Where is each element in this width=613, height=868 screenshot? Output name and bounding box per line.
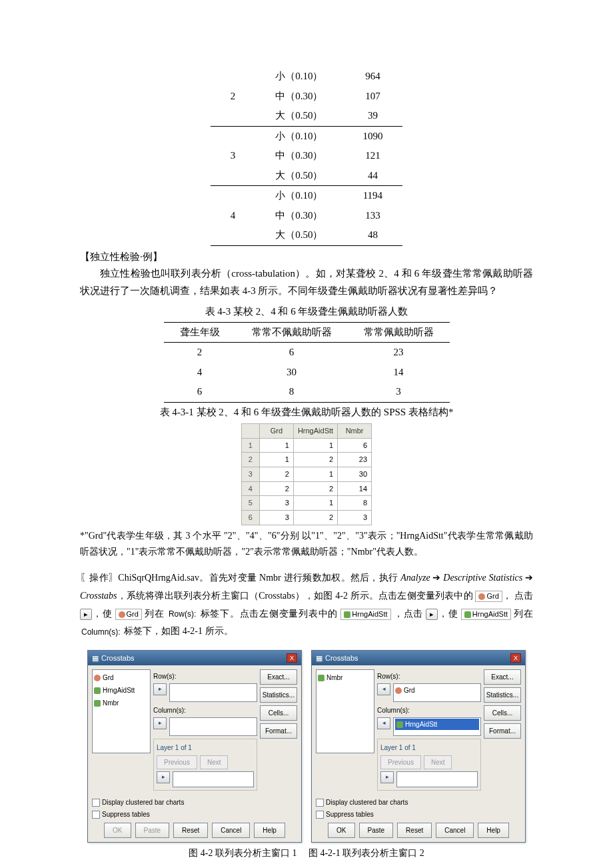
columns-label: Column(s): bbox=[80, 625, 122, 640]
var-grd-chip: Grd bbox=[115, 609, 142, 620]
ordinal-icon bbox=[94, 700, 101, 707]
layer-prev-button[interactable]: Previous bbox=[380, 755, 421, 769]
var-item-grd[interactable]: Grd bbox=[94, 671, 149, 684]
layer-group: Layer 1 of 1 Previous Next ▸ bbox=[377, 739, 481, 791]
figure-4-2-caption: 图 4-2 联列表分析主窗口 1 bbox=[189, 848, 297, 858]
rows-label: Row(s): bbox=[153, 671, 257, 682]
nominal-icon bbox=[94, 675, 101, 681]
rows-box[interactable] bbox=[169, 683, 257, 702]
var-hrng-chip: HrngAidStt bbox=[461, 609, 511, 620]
layer-box[interactable] bbox=[173, 771, 254, 787]
move-right-button[interactable]: ▸ bbox=[426, 609, 438, 620]
ordinal-icon bbox=[344, 611, 350, 618]
suppress-checkbox[interactable] bbox=[316, 811, 324, 819]
nominal-icon bbox=[395, 687, 402, 694]
exact-button[interactable]: Exact... bbox=[260, 669, 297, 685]
bar-charts-checkbox[interactable] bbox=[92, 799, 100, 807]
rows-box[interactable]: Grd bbox=[393, 683, 481, 702]
var-hrng-chip: HrngAidStt bbox=[340, 609, 390, 620]
nominal-icon bbox=[119, 611, 125, 618]
layer-label: Layer 1 of 1 bbox=[157, 742, 254, 753]
ok-button[interactable]: OK bbox=[328, 823, 354, 838]
bar-charts-label: Display clustered bar charts bbox=[102, 797, 184, 808]
suppress-label: Suppress tables bbox=[102, 809, 150, 820]
var-item-hrng[interactable]: HrngAidStt bbox=[94, 684, 149, 697]
intro-paragraph: 独立性检验也叫联列表分析（cross-tabulation）。如，对某聋校 2、… bbox=[80, 265, 533, 299]
columns-label: Column(s): bbox=[153, 705, 257, 716]
suppress-checkbox[interactable] bbox=[92, 811, 100, 819]
crosstabs-dialog-1: ▦Crosstabs X Grd HrngAidStt Nmbr Row(s):… bbox=[87, 650, 302, 843]
move-to-cols-button[interactable]: ▸ bbox=[153, 717, 167, 729]
help-button[interactable]: Help bbox=[254, 823, 285, 838]
exact-button[interactable]: Exact... bbox=[484, 669, 521, 685]
variable-list[interactable]: Nmbr bbox=[316, 669, 374, 753]
cancel-button[interactable]: Cancel bbox=[212, 823, 250, 838]
figure-4-2-1-caption: 图 4-2-1 联列表分析主窗口 2 bbox=[308, 848, 424, 858]
move-to-rows-button[interactable]: ◂ bbox=[377, 683, 390, 695]
move-right-button[interactable]: ▸ bbox=[80, 609, 92, 620]
footnote: *"Grd"代表学生年级，其 3 个水平 "2"、"4"、"6"分别 以"1"、… bbox=[80, 528, 533, 560]
reset-button[interactable]: Reset bbox=[397, 823, 432, 838]
rows-label: Row(s): bbox=[377, 671, 481, 682]
dialog-titlebar: ▦Crosstabs X bbox=[88, 651, 301, 666]
layer-next-button[interactable]: Next bbox=[424, 755, 452, 769]
dialog-titlebar: ▦Crosstabs X bbox=[312, 651, 525, 666]
table-row: 43014 bbox=[164, 363, 450, 383]
sample-size-table: 小（0.10）964 2中（0.30）107 大（0.50）39 小（0.10）… bbox=[211, 67, 403, 246]
bar-charts-label: Display clustered bar charts bbox=[326, 797, 408, 808]
table-row: 683 bbox=[164, 382, 450, 402]
close-button[interactable]: X bbox=[510, 653, 521, 663]
spss-data-grid: Grd HrngAidStt Nmbr 1116 21223 32130 422… bbox=[241, 423, 372, 525]
section-heading: 【独立性检验·例】 bbox=[80, 249, 533, 266]
nominal-icon bbox=[478, 593, 485, 600]
var-item-nmbr[interactable]: Nmbr bbox=[94, 697, 149, 709]
dialog-title: ▦Crosstabs bbox=[316, 652, 358, 665]
rows-label: Row(s): bbox=[167, 607, 197, 622]
bar-charts-checkbox[interactable] bbox=[316, 799, 324, 807]
format-button[interactable]: Format... bbox=[484, 723, 521, 739]
paste-button[interactable]: Paste bbox=[359, 823, 394, 838]
cancel-button[interactable]: Cancel bbox=[436, 823, 474, 838]
layer-label: Layer 1 of 1 bbox=[380, 742, 478, 753]
reset-button[interactable]: Reset bbox=[173, 823, 208, 838]
variable-list[interactable]: Grd HrngAidStt Nmbr bbox=[92, 669, 151, 753]
layer-next-button[interactable]: Next bbox=[200, 755, 229, 769]
cells-button[interactable]: Cells... bbox=[484, 705, 521, 721]
ok-button[interactable]: OK bbox=[104, 823, 131, 838]
cells-button[interactable]: Cells... bbox=[260, 705, 297, 721]
move-to-layer-button[interactable]: ▸ bbox=[380, 771, 394, 783]
move-to-cols-button[interactable]: ◂ bbox=[377, 717, 390, 729]
table-row: 2623 bbox=[164, 343, 450, 363]
layer-group: Layer 1 of 1 Previous Next ▸ bbox=[153, 739, 257, 791]
close-button[interactable]: X bbox=[287, 653, 297, 663]
move-to-rows-button[interactable]: ▸ bbox=[153, 683, 167, 695]
operation-paragraph: 〖操作〗ChiSqrQHrngAid.sav。首先对变量 Nmbr 进行频数加权… bbox=[80, 569, 533, 640]
columns-label: Column(s): bbox=[377, 705, 481, 716]
dialog-title: ▦Crosstabs bbox=[92, 652, 135, 665]
cols-box[interactable]: HrngAidStt bbox=[393, 717, 481, 736]
table-4-3-caption: 表 4-3 某校 2、4 和 6 年级聋生佩戴助听器人数 bbox=[80, 303, 533, 321]
layer-prev-button[interactable]: Previous bbox=[157, 755, 197, 769]
statistics-button[interactable]: Statistics... bbox=[260, 687, 297, 703]
layer-box[interactable] bbox=[396, 771, 478, 787]
cols-box[interactable] bbox=[169, 717, 257, 736]
crosstabs-dialog-2: ▦Crosstabs X Nmbr Row(s): ◂ Grd Column(s… bbox=[311, 650, 526, 843]
ordinal-icon bbox=[464, 611, 471, 618]
table-4-3: 聋生年级 常常不佩戴助听器 常常佩戴助听器 2623 43014 683 bbox=[164, 322, 450, 403]
statistics-button[interactable]: Statistics... bbox=[484, 687, 521, 703]
move-to-layer-button[interactable]: ▸ bbox=[157, 771, 170, 783]
table-4-3-1-caption: 表 4-3-1 某校 2、4 和 6 年级聋生佩戴助听器人数的 SPSS 表格结… bbox=[80, 404, 533, 421]
ordinal-icon bbox=[318, 675, 324, 681]
var-grd-chip: Grd bbox=[475, 591, 502, 602]
ordinal-icon bbox=[94, 687, 101, 694]
var-item-nmbr[interactable]: Nmbr bbox=[318, 671, 372, 684]
closing-paragraph: 点击 Statistics... 按钮，系统将弹出联列标分析统计量设定窗口，如图… bbox=[80, 865, 533, 868]
format-button[interactable]: Format... bbox=[260, 723, 297, 739]
help-button[interactable]: Help bbox=[478, 823, 509, 838]
suppress-label: Suppress tables bbox=[326, 809, 374, 820]
ordinal-icon bbox=[396, 721, 403, 728]
paste-button[interactable]: Paste bbox=[135, 823, 170, 838]
